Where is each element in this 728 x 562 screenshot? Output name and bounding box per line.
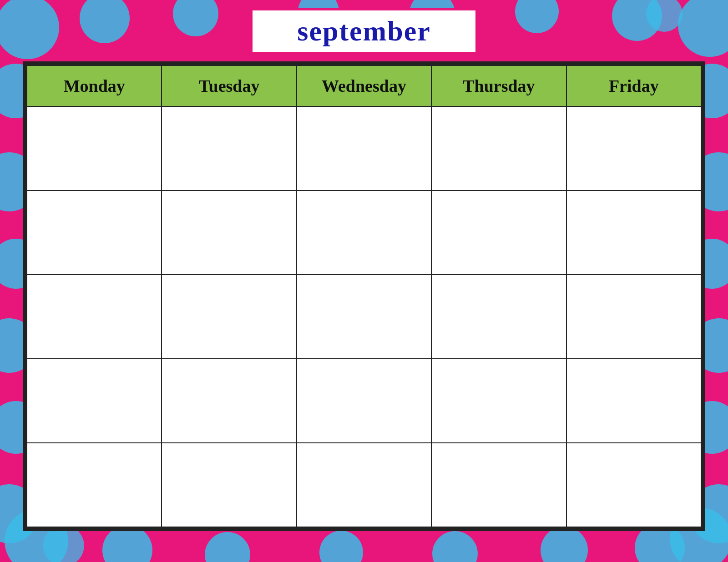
calendar-row-5 [27, 443, 701, 527]
cell-row1-thu[interactable] [431, 106, 566, 191]
calendar-row-1 [27, 106, 701, 191]
cell-row3-wed[interactable] [297, 275, 431, 359]
month-title: september [297, 15, 430, 46]
cell-row4-tue[interactable] [162, 359, 296, 443]
cell-row4-mon[interactable] [27, 359, 162, 443]
cell-row2-wed[interactable] [297, 191, 431, 275]
cell-row1-tue[interactable] [162, 106, 296, 191]
cell-row5-wed[interactable] [297, 443, 431, 527]
header-tuesday: Tuesday [162, 65, 296, 106]
cell-row2-tue[interactable] [162, 191, 296, 275]
cell-row5-tue[interactable] [162, 443, 296, 527]
calendar-table: Monday Tuesday Wednesday Thursday Friday [26, 65, 702, 527]
cell-row5-fri[interactable] [566, 443, 701, 527]
cell-row5-mon[interactable] [27, 443, 162, 527]
cell-row1-mon[interactable] [27, 106, 162, 191]
cell-row2-fri[interactable] [566, 191, 701, 275]
cell-row4-fri[interactable] [566, 359, 701, 443]
cell-row1-wed[interactable] [297, 106, 431, 191]
month-title-box: september [250, 8, 478, 54]
cell-row3-mon[interactable] [27, 275, 162, 359]
calendar-row-3 [27, 275, 701, 359]
cell-row1-fri[interactable] [566, 106, 701, 191]
content-wrapper: september Monday Tuesday Wednesday Thurs… [0, 0, 728, 562]
calendar-header-row: Monday Tuesday Wednesday Thursday Friday [27, 65, 701, 106]
cell-row3-tue[interactable] [162, 275, 296, 359]
cell-row3-fri[interactable] [566, 275, 701, 359]
cell-row2-mon[interactable] [27, 191, 162, 275]
cell-row3-thu[interactable] [431, 275, 566, 359]
cell-row5-thu[interactable] [431, 443, 566, 527]
cell-row4-thu[interactable] [431, 359, 566, 443]
cell-row4-wed[interactable] [297, 359, 431, 443]
cell-row2-thu[interactable] [431, 191, 566, 275]
calendar-row-2 [27, 191, 701, 275]
header-friday: Friday [566, 65, 701, 106]
calendar-container: Monday Tuesday Wednesday Thursday Friday [23, 61, 705, 531]
header-wednesday: Wednesday [297, 65, 431, 106]
header-thursday: Thursday [431, 65, 566, 106]
calendar-row-4 [27, 359, 701, 443]
header-monday: Monday [27, 65, 162, 106]
